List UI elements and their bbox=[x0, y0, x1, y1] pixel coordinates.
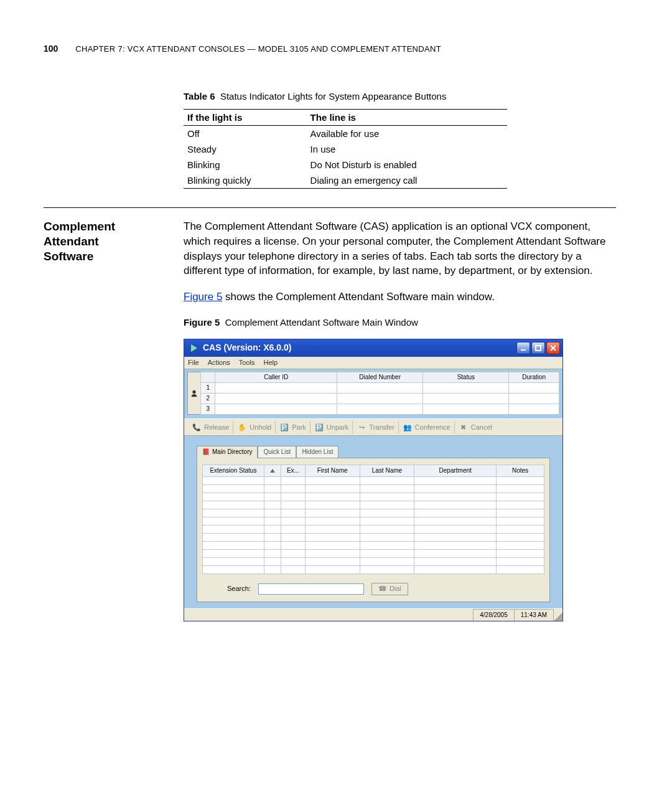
table-caption: Table 6 Status Indicator Lights for Syst… bbox=[184, 91, 507, 101]
transfer-button[interactable]: ↪ Transfer bbox=[353, 421, 399, 433]
status-table: If the light is The line is OffAvailable… bbox=[184, 109, 507, 189]
chapter-title: CHAPTER 7: VCX ATTENDANT CONSOLES — MODE… bbox=[75, 44, 441, 54]
calls-corner-icon bbox=[187, 372, 200, 415]
minimize-button[interactable] bbox=[516, 342, 530, 354]
call-toolbar: 📞 Release ✋ Unhold 🅿️ Park 🅿️ Unpark bbox=[184, 418, 562, 436]
table-row bbox=[203, 526, 544, 534]
status-date: 4/28/2005 bbox=[474, 609, 515, 621]
col-ext-status[interactable]: Extension Status bbox=[203, 465, 264, 477]
dial-icon: ☎ bbox=[378, 584, 387, 593]
menu-bar: File Actions Tools Help bbox=[184, 357, 562, 369]
menu-file[interactable]: File bbox=[188, 358, 199, 367]
col-duration[interactable]: Duration bbox=[509, 372, 559, 383]
tab-main-directory[interactable]: 📕 Main Directory bbox=[197, 446, 258, 458]
col-dialed-number[interactable]: Dialed Number bbox=[337, 372, 423, 383]
col-first-name[interactable]: First Name bbox=[305, 465, 360, 477]
resize-grip[interactable] bbox=[554, 609, 562, 621]
window-title: CAS (Version: X6.0.0) bbox=[203, 342, 291, 354]
svg-rect-0 bbox=[521, 349, 526, 351]
col-caller-id[interactable]: Caller ID bbox=[215, 372, 337, 383]
col-extension[interactable]: Ex... bbox=[281, 465, 305, 477]
search-input[interactable] bbox=[258, 583, 364, 595]
svg-point-2 bbox=[193, 390, 196, 394]
table-row bbox=[203, 558, 544, 566]
section-heading: Complement Attendant Software bbox=[44, 219, 184, 621]
release-icon: 📞 bbox=[192, 422, 202, 432]
conference-button[interactable]: 👥 Conference bbox=[399, 421, 455, 433]
svg-rect-1 bbox=[536, 346, 541, 351]
figure-link[interactable]: Figure 5 bbox=[184, 291, 222, 303]
table-row bbox=[203, 550, 544, 558]
table-row bbox=[203, 493, 544, 501]
body-paragraph: Figure 5 shows the Complement Attendant … bbox=[184, 290, 616, 304]
conference-icon: 👥 bbox=[403, 422, 413, 432]
directory-tabs: 📕 Main Directory Quick List Hidden List bbox=[197, 446, 550, 458]
window-titlebar[interactable]: CAS (Version: X6.0.0) bbox=[184, 339, 562, 357]
cas-window: CAS (Version: X6.0.0) File Actions bbox=[184, 339, 563, 621]
park-button[interactable]: 🅿️ Park bbox=[276, 421, 310, 433]
cancel-button[interactable]: ✖ Cancel bbox=[455, 421, 496, 433]
transfer-icon: ↪ bbox=[357, 422, 366, 432]
col-notes[interactable]: Notes bbox=[497, 465, 544, 477]
search-label: Search: bbox=[227, 584, 251, 593]
table-row: 2 bbox=[201, 394, 559, 404]
col-status[interactable]: Status bbox=[423, 372, 509, 383]
park-icon: 🅿️ bbox=[279, 422, 289, 432]
body-paragraph: The Complement Attendant Software (CAS) … bbox=[184, 219, 616, 278]
page-number: 100 bbox=[44, 44, 58, 54]
table-row: 1 bbox=[201, 383, 559, 394]
table-row bbox=[203, 566, 544, 574]
table-row: 3 bbox=[201, 404, 559, 415]
col-last-name[interactable]: Last Name bbox=[360, 465, 414, 477]
col-sort[interactable] bbox=[264, 465, 281, 477]
cancel-icon: ✖ bbox=[459, 422, 469, 432]
table-row bbox=[203, 501, 544, 509]
dial-button[interactable]: ☎ Dial bbox=[371, 583, 408, 595]
app-icon bbox=[189, 343, 199, 353]
close-button[interactable] bbox=[546, 342, 560, 354]
unhold-icon: ✋ bbox=[237, 422, 247, 432]
unpark-icon: 🅿️ bbox=[314, 422, 324, 432]
table-row bbox=[203, 485, 544, 493]
tab-quick-list[interactable]: Quick List bbox=[258, 446, 296, 458]
page-header: 100 CHAPTER 7: VCX ATTENDANT CONSOLES — … bbox=[44, 44, 616, 54]
release-button[interactable]: 📞 Release bbox=[188, 421, 233, 433]
unhold-button[interactable]: ✋ Unhold bbox=[233, 421, 276, 433]
figure-caption: Figure 5 Complement Attendant Software M… bbox=[184, 316, 616, 329]
table-row bbox=[203, 517, 544, 526]
table-row bbox=[203, 509, 544, 517]
menu-help[interactable]: Help bbox=[264, 358, 278, 367]
unpark-button[interactable]: 🅿️ Unpark bbox=[310, 421, 353, 433]
book-icon: 📕 bbox=[202, 448, 210, 456]
menu-actions[interactable]: Actions bbox=[208, 358, 230, 367]
menu-tools[interactable]: Tools bbox=[239, 358, 255, 367]
maximize-button[interactable] bbox=[531, 342, 545, 354]
status-bar: 4/28/2005 11:43 AM bbox=[184, 608, 562, 621]
call-grid[interactable]: Caller ID Dialed Number Status Duration … bbox=[200, 372, 559, 415]
table-row bbox=[203, 477, 544, 485]
sort-asc-icon bbox=[270, 469, 275, 473]
tab-hidden-list[interactable]: Hidden List bbox=[296, 446, 338, 458]
directory-grid[interactable]: Extension Status Ex... First Name Last N… bbox=[202, 465, 544, 574]
table-row bbox=[203, 542, 544, 550]
status-time: 11:43 AM bbox=[515, 609, 554, 621]
col-department[interactable]: Department bbox=[414, 465, 497, 477]
table-row bbox=[203, 534, 544, 542]
